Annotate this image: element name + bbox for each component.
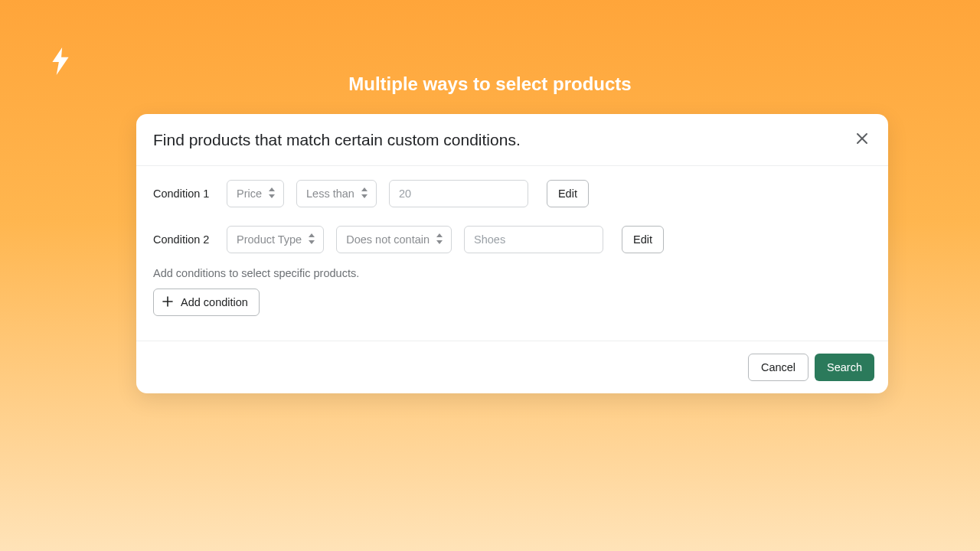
cancel-button[interactable]: Cancel — [748, 354, 808, 381]
edit-button[interactable]: Edit — [622, 226, 664, 253]
field-select-value: Price — [237, 187, 262, 200]
search-button[interactable]: Search — [815, 354, 874, 381]
add-condition-label: Add condition — [181, 296, 248, 308]
modal-title: Find products that match certain custom … — [153, 131, 521, 149]
select-sort-icon — [361, 187, 368, 201]
value-input[interactable] — [389, 180, 528, 207]
operator-select-value: Does not contain — [346, 233, 430, 246]
select-sort-icon — [268, 187, 276, 201]
page-title: Multiple ways to select products — [0, 73, 980, 95]
close-icon — [854, 137, 870, 148]
select-sort-icon — [308, 233, 315, 246]
field-select[interactable]: Product Type — [227, 226, 324, 253]
add-condition-button[interactable]: Add condition — [153, 289, 260, 316]
operator-select[interactable]: Less than — [296, 180, 377, 207]
field-select-value: Product Type — [237, 233, 302, 246]
condition-row: Condition 2 Product Type Does not contai… — [153, 226, 871, 253]
modal-header: Find products that match certain custom … — [136, 114, 888, 166]
field-select[interactable]: Price — [227, 180, 284, 207]
edit-button[interactable]: Edit — [547, 180, 589, 207]
select-sort-icon — [436, 233, 443, 246]
value-input[interactable] — [464, 226, 603, 253]
plus-icon — [162, 295, 174, 310]
modal-body: Condition 1 Price Less than Edit — [136, 166, 888, 341]
condition-label: Condition 2 — [153, 233, 214, 246]
operator-select-value: Less than — [306, 187, 354, 200]
operator-select[interactable]: Does not contain — [336, 226, 452, 253]
conditions-modal: Find products that match certain custom … — [136, 114, 888, 393]
condition-row: Condition 1 Price Less than Edit — [153, 180, 871, 207]
close-button[interactable] — [851, 128, 873, 152]
condition-label: Condition 1 — [153, 187, 214, 200]
modal-footer: Cancel Search — [136, 341, 888, 393]
helper-text: Add conditions to select specific produc… — [153, 267, 871, 279]
